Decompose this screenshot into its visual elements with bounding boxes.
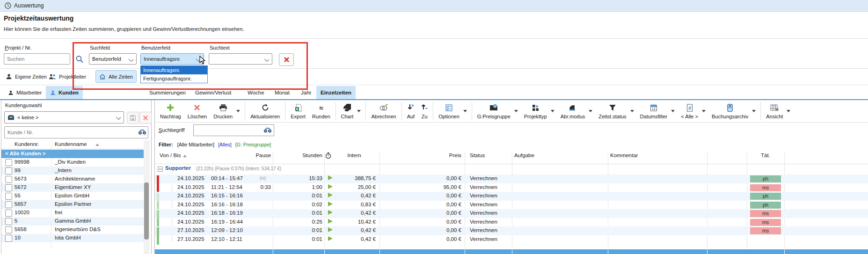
customer-list-scrollbar[interactable] (144, 140, 150, 254)
customer-row[interactable]: 10020frei (1, 209, 144, 217)
abrechnen-button[interactable]: Abrechnen (368, 101, 399, 122)
bar-gap (707, 249, 708, 254)
save-selection-button[interactable] (127, 112, 139, 124)
grid-squares-icon (532, 103, 539, 112)
group-row-supporter[interactable]: Supporter (21:22h) (Pause 0:37h) (Intern… (155, 165, 868, 173)
aktualisieren-button[interactable]: Aktualisieren (247, 101, 283, 122)
customer-row-all[interactable]: < Alle Kunden > (1, 150, 144, 158)
checkbox[interactable] (5, 184, 12, 191)
buchungsarchiv-button[interactable]: Buchungsarchiv (708, 101, 751, 122)
play-icon[interactable] (328, 236, 333, 241)
chevron-down-icon[interactable] (671, 110, 675, 112)
tab-einzelzeiten[interactable]: Einzelzeiten (316, 86, 356, 99)
checkbox[interactable] (5, 210, 12, 217)
alle-filter-button[interactable]: #< Alle > (678, 101, 701, 122)
optionen-button[interactable]: Optionen (435, 101, 463, 122)
chevron-down-icon[interactable] (551, 110, 554, 112)
customer-row[interactable]: 99998_Div Kunden (1, 158, 144, 167)
drucken-button[interactable]: Drucken (210, 101, 236, 122)
time-entry-row[interactable]: 24.10.202516:19 - 16:44 0:25 10,42 €0,00… (155, 218, 868, 227)
time-entry-row[interactable]: 24.10.202516:16 - 16:18 0:02 0,83 €0,00 … (155, 201, 868, 210)
column-header-preis[interactable]: Preis (408, 152, 461, 163)
collapse-icon[interactable] (158, 167, 163, 172)
chevron-down-icon[interactable] (630, 110, 634, 112)
chevron-down-icon[interactable] (357, 110, 361, 112)
column-header-aufgabe[interactable]: Aufgabe (514, 152, 534, 163)
customer-row[interactable]: 55Epsilon GmbH (1, 192, 144, 200)
mouse-cursor (199, 56, 207, 66)
play-icon[interactable] (328, 210, 333, 215)
column-header-von-bis[interactable]: Von / Bis (160, 152, 187, 163)
play-icon[interactable] (328, 184, 333, 189)
column-header-kundenname[interactable]: Kundenname (55, 141, 87, 147)
checkbox[interactable] (5, 218, 12, 225)
column-header-kommentar[interactable]: Kommentar (610, 152, 638, 163)
export-button[interactable]: Export (287, 101, 309, 122)
arrow-down-plus-icon (408, 103, 414, 112)
chevron-down-icon[interactable] (702, 110, 706, 112)
runden-button[interactable]: ≈Runden (309, 101, 334, 122)
time-entry-row[interactable]: 27.10.202512:10 - 12:11 0:01 0,42 €0,00 … (155, 235, 868, 244)
time-entry-row[interactable]: 27.10.202512:09 - 12:10 0:01 0,42 €0,00 … (155, 226, 868, 235)
column-header-kundennr[interactable]: Kundennr. (15, 141, 39, 147)
dropdown-option-innenauftragsnr[interactable]: Innenauftragsnr. (141, 66, 207, 74)
time-entry-row[interactable]: 24.10.202516:15 - 16:16 0:01 0,42 €0,00 … (155, 192, 868, 201)
projekttyp-button[interactable]: Projekttyp (521, 101, 550, 122)
horizontal-selection-bar[interactable] (155, 249, 868, 254)
chart-button[interactable]: Chart (338, 101, 357, 122)
checkbox[interactable] (5, 201, 12, 208)
customer-row[interactable]: 5672Eigentümer XY (1, 183, 144, 192)
time-entry-row[interactable]: 24.10.202511:21 - 12:54 0:331:00 25,00 €… (155, 183, 868, 192)
column-header-pause[interactable]: Pause (239, 152, 271, 163)
time-entries-panel: Nachtrag Löschen Drucken Aktualisieren E… (154, 100, 868, 254)
column-header-status[interactable]: Status (470, 152, 485, 163)
auf-button[interactable]: Auf (404, 101, 418, 122)
preisgruppe-button[interactable]: G:Preisgruppe (474, 101, 514, 122)
datumsfilter-button[interactable]: 12Datumsfilter (637, 101, 671, 122)
scope-eigene-zeiten[interactable]: Eigene Zeiten (6, 71, 47, 83)
ansicht-button[interactable]: Ansicht (763, 101, 786, 122)
checkbox[interactable] (5, 235, 12, 242)
chevron-down-icon[interactable] (787, 110, 790, 112)
loeschen-button[interactable]: Löschen (184, 101, 211, 122)
customer-row[interactable]: 5658Ingenieurbüro D&S (1, 225, 144, 234)
column-header-stunden[interactable]: Stunden (286, 152, 322, 163)
hash-page-icon: # (686, 103, 693, 112)
time-entry-row[interactable]: 24.10.202516:18 - 16:19 0:01 0,42 €0,00 … (155, 209, 868, 218)
column-header-intern[interactable]: Intern (333, 152, 376, 163)
suchbegriff-input[interactable] (193, 124, 274, 136)
chevron-down-icon[interactable] (236, 110, 240, 112)
play-icon[interactable] (328, 193, 333, 197)
play-icon[interactable] (328, 175, 333, 180)
checkbox[interactable] (5, 176, 12, 183)
customer-row[interactable]: 5673Architektenname (1, 175, 144, 183)
tab-mitarbeiter[interactable]: Mitarbeiter (4, 86, 46, 99)
play-icon[interactable] (328, 219, 333, 224)
customer-search-input[interactable] (4, 126, 148, 138)
customer-row[interactable]: 5657Epsilon Partner (1, 200, 144, 209)
customer-row[interactable]: 5Gamma GmbH (1, 217, 144, 225)
zeitstatus-button[interactable]: Zeitst.status (595, 101, 629, 122)
customer-row[interactable]: 99_Intern (1, 167, 144, 175)
scrollbar-thumb[interactable] (144, 182, 149, 239)
clear-selection-button[interactable] (139, 112, 152, 124)
kundenauswahl-combo[interactable]: < keine > (4, 111, 124, 123)
nachtrag-button[interactable]: Nachtrag (157, 101, 184, 122)
time-entry-row[interactable]: 24.10.202500:14 - 15:47(N) 15:33 388,75 … (155, 174, 868, 183)
chevron-down-icon[interactable] (514, 110, 518, 112)
customer-row[interactable]: 10Iota GmbH (1, 234, 144, 242)
dropdown-option-fertigungsauftragsnr[interactable]: Fertigungsauftragsnr. (141, 74, 207, 83)
play-icon[interactable] (328, 227, 333, 232)
chevron-down-icon[interactable] (752, 110, 756, 112)
checkbox[interactable] (5, 193, 12, 200)
play-icon[interactable] (328, 202, 333, 206)
checkbox[interactable] (5, 159, 12, 166)
chevron-down-icon[interactable] (589, 110, 592, 112)
abrmodus-button[interactable]: Abr.modus (557, 101, 589, 122)
zu-button[interactable]: Zu (418, 101, 431, 122)
checkbox[interactable] (5, 167, 12, 174)
chevron-down-icon[interactable] (463, 110, 467, 112)
project-search-input[interactable] (4, 53, 70, 65)
checkbox[interactable] (5, 226, 12, 233)
column-header-taet[interactable]: Tät. (750, 152, 781, 163)
